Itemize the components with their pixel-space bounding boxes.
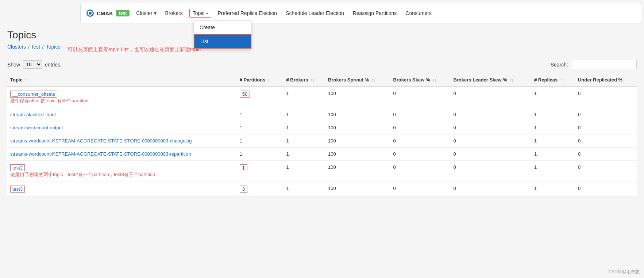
nav-topic[interactable]: Topic ▾ — [189, 9, 211, 18]
row-annotation: 这是自己创建的两个topic，test2有一个partition，test3有三… — [10, 171, 234, 178]
cell-under-replicated: 0 — [575, 108, 637, 121]
col-replicas: # Replicas ↑↓ — [531, 73, 575, 87]
navbar: CMAK test Cluster ▾ Brokers Topic ▾ Pref… — [80, 3, 641, 23]
cell-brokers-spread: 100 — [325, 161, 390, 182]
brand-badge: test — [116, 10, 130, 16]
brand: CMAK test — [86, 9, 130, 17]
col-topic: Topic ↑↓ — [7, 73, 237, 87]
cell-brokers-spread: 100 — [325, 121, 390, 134]
search-input[interactable] — [571, 60, 637, 69]
sort-brokers-leader-skew-icon[interactable]: ↑↓ — [509, 78, 513, 82]
cell-brokers-spread: 100 — [325, 87, 390, 108]
topic-link[interactable]: streams-wordcount-KSTREAM-AGGREGATE-STAT… — [10, 151, 191, 157]
col-partitions: # Partitions ↑↓ — [237, 73, 284, 87]
cell-partitions: 1 — [237, 161, 284, 182]
table-header-row: Topic ↑↓ # Partitions ↑↓ # Brokers ↑↓ Br… — [7, 73, 637, 87]
table-row: __consumer_offsets这个保存offset的topic 有50个p… — [7, 87, 637, 108]
nav-reassign-partitions[interactable]: Reassign Partitions — [351, 9, 399, 18]
row-annotation: 这个保存offset的topic 有50个partition — [10, 98, 234, 104]
topic-dropdown-arrow: ▾ — [206, 11, 208, 15]
table-row: test3311000010 — [7, 182, 637, 197]
cell-brokers-spread: 100 — [325, 148, 390, 161]
cell-brokers-leader-skew: 0 — [450, 134, 531, 148]
topic-link[interactable]: test3 — [10, 186, 25, 193]
cell-brokers-leader-skew: 0 — [450, 121, 531, 134]
cell-replicas: 1 — [531, 87, 575, 108]
cell-brokers-leader-skew: 0 — [450, 161, 531, 182]
topic-link[interactable]: __consumer_offsets — [10, 91, 57, 98]
cell-brokers-skew: 0 — [390, 134, 450, 148]
sort-brokers-icon[interactable]: ↑↓ — [311, 78, 315, 82]
search-container: Search: — [551, 60, 637, 69]
cell-brokers-skew: 0 — [390, 121, 450, 134]
col-brokers: # Brokers ↑↓ — [284, 73, 325, 87]
table-row: stream-wordcount-output111000010 — [7, 121, 637, 134]
sort-replicas-icon[interactable]: ↑↓ — [560, 78, 564, 82]
breadcrumb-test[interactable]: test — [32, 44, 40, 50]
cell-brokers-skew: 0 — [390, 148, 450, 161]
cell-topic: __consumer_offsets这个保存offset的topic 有50个p… — [7, 87, 237, 108]
cell-brokers: 1 — [284, 121, 325, 134]
sort-brokers-spread-icon[interactable]: ↑↓ — [371, 78, 375, 82]
sort-topic-icon[interactable]: ↑↓ — [25, 78, 29, 82]
cell-brokers-skew: 0 — [390, 161, 450, 182]
cell-partitions: 1 — [237, 134, 284, 148]
cell-replicas: 1 — [531, 182, 575, 197]
cell-replicas: 1 — [531, 134, 575, 148]
dropdown-list[interactable]: List — [194, 34, 251, 49]
topic-link[interactable]: test2 — [10, 164, 25, 171]
table-row: stream-plaintext-input111000010 — [7, 108, 637, 121]
cell-replicas: 1 — [531, 108, 575, 121]
cell-topic: streams-wordcount-KSTREAM-AGGREGATE-STAT… — [7, 148, 237, 161]
topic-dropdown-menu: Create List — [193, 20, 252, 49]
page-annotation: 可以在页面上查看topic List，也可以通过在页面上新建topic — [68, 46, 201, 53]
cell-brokers: 1 — [284, 182, 325, 197]
topic-link[interactable]: streams-wordcount-KSTREAM-AGGREGATE-STAT… — [10, 138, 192, 144]
cell-brokers-spread: 100 — [325, 182, 390, 197]
sort-brokers-skew-icon[interactable]: ↑↓ — [432, 78, 436, 82]
nav-cluster[interactable]: Cluster ▾ — [134, 9, 158, 18]
brand-icon — [86, 9, 94, 17]
nav-brokers[interactable]: Brokers — [163, 9, 185, 18]
entries-select[interactable]: 10 25 50 100 — [23, 60, 42, 69]
brand-name: CMAK — [97, 10, 113, 16]
cell-brokers: 1 — [284, 108, 325, 121]
cell-under-replicated: 0 — [575, 87, 637, 108]
show-entries: Show 10 25 50 100 entries — [7, 60, 60, 69]
search-label: Search: — [551, 62, 568, 68]
sort-partitions-icon[interactable]: ↑↓ — [268, 78, 272, 82]
breadcrumb: Clusters / test / Topics — [7, 44, 60, 50]
col-under-replicated: Under Replicated % — [575, 73, 637, 87]
table-row: streams-wordcount-KSTREAM-AGGREGATE-STAT… — [7, 148, 637, 161]
cell-brokers-spread: 100 — [325, 108, 390, 121]
cell-topic: test2这是自己创建的两个topic，test2有一个partition，te… — [7, 161, 237, 182]
cell-partitions: 1 — [237, 121, 284, 134]
topic-link[interactable]: stream-plaintext-input — [10, 112, 56, 117]
nav-preferred-replica[interactable]: Preferred Replica Election — [216, 9, 279, 18]
breadcrumb-clusters[interactable]: Clusters — [7, 44, 26, 50]
dropdown-create[interactable]: Create — [194, 21, 251, 34]
cell-under-replicated: 0 — [575, 121, 637, 134]
cell-brokers-skew: 0 — [390, 108, 450, 121]
show-label: Show — [7, 62, 20, 68]
table-controls: Show 10 25 50 100 entries Search: — [7, 60, 637, 69]
partitions-value: 1 — [240, 151, 242, 157]
entries-label: entries — [45, 62, 60, 68]
cell-partitions: 3 — [237, 182, 284, 197]
cell-replicas: 1 — [531, 161, 575, 182]
partitions-value: 3 — [240, 186, 247, 193]
col-brokers-spread: Brokers Spread % ↑↓ — [325, 73, 390, 87]
page-title: Topics — [7, 29, 637, 41]
partitions-value: 1 — [240, 138, 242, 144]
cell-brokers-skew: 0 — [390, 182, 450, 197]
breadcrumb-topics[interactable]: Topics — [46, 44, 61, 50]
nav-consumers[interactable]: Consumers — [403, 9, 434, 18]
col-brokers-skew: Brokers Skew % ↑↓ — [390, 73, 450, 87]
cell-under-replicated: 0 — [575, 182, 637, 197]
col-brokers-leader-skew: Brokers Leader Skew % ↑↓ — [450, 73, 531, 87]
topic-link[interactable]: stream-wordcount-output — [10, 125, 63, 130]
cell-replicas: 1 — [531, 148, 575, 161]
cell-brokers: 1 — [284, 148, 325, 161]
nav-schedule-leader[interactable]: Schedule Leader Election — [284, 9, 346, 18]
main-content: Topics Clusters / test / Topics 可以在页面上查看… — [0, 0, 644, 204]
